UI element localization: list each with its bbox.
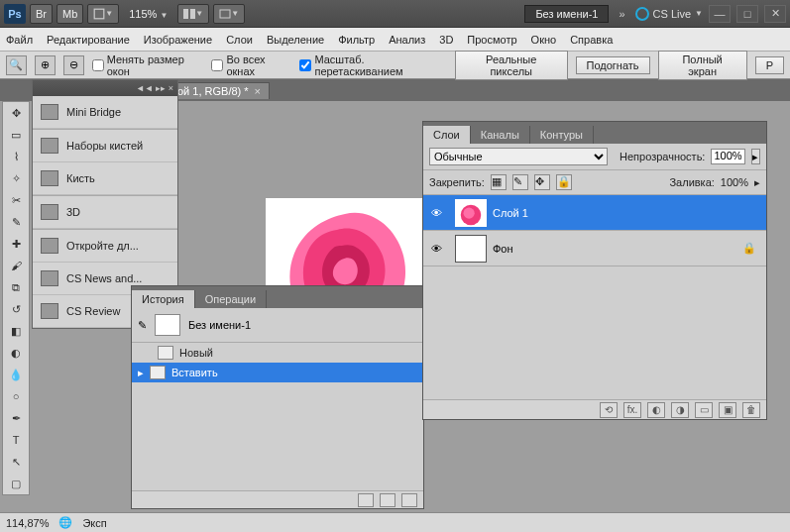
all-windows-checkbox[interactable]: Во всех окнах [211, 53, 291, 77]
3d-item[interactable]: 3D [33, 196, 177, 229]
menu-analysis[interactable]: Анализ [389, 34, 425, 46]
history-brush-source-icon[interactable]: ✎ [138, 319, 147, 332]
layer-row-background[interactable]: 👁 Фон 🔒 [423, 231, 766, 266]
open-for-item[interactable]: Откройте дл... [33, 230, 177, 263]
layer-mask-button[interactable]: ◐ [647, 402, 665, 418]
print-size-button[interactable]: Р [755, 56, 784, 74]
new-group-button[interactable]: ▭ [695, 402, 713, 418]
new-layer-button[interactable]: ▣ [719, 402, 736, 418]
history-snapshot[interactable]: ✎ Без имени-1 [132, 308, 423, 342]
rectangle-tool[interactable]: ▢ [3, 473, 29, 494]
menu-3d[interactable]: 3D [439, 34, 453, 46]
zoom-in-icon[interactable]: ⊕ [35, 55, 56, 75]
tab-actions[interactable]: Операции [195, 290, 267, 308]
blur-tool[interactable]: 💧 [3, 364, 29, 385]
brush-item[interactable]: Кисть [33, 162, 177, 195]
lock-all-button[interactable]: 🔒 [556, 174, 572, 190]
snapshot-thumbnail [155, 314, 180, 336]
eyedropper-tool[interactable]: ✎ [3, 211, 29, 233]
link-layers-button[interactable]: ⟲ [600, 402, 618, 418]
menu-window[interactable]: Окно [531, 34, 557, 46]
menu-file[interactable]: Файл [6, 34, 33, 46]
delete-layer-button[interactable]: 🗑 [742, 402, 760, 418]
view-extras-button[interactable]: ▼ [87, 4, 119, 24]
window-minimize-button[interactable]: — [709, 5, 731, 23]
menu-view[interactable]: Просмотр [467, 34, 516, 46]
screen-mode-button[interactable]: ▼ [213, 4, 245, 24]
more-documents-icon[interactable]: » [613, 8, 630, 20]
status-exposure[interactable]: Эксп [82, 517, 106, 529]
full-screen-button[interactable]: Полный экран [658, 51, 747, 80]
layer-thumbnail[interactable] [455, 235, 487, 263]
layer-name[interactable]: Фон [493, 243, 513, 255]
layer-name[interactable]: Слой 1 [493, 207, 528, 219]
brush-tool[interactable]: 🖌 [3, 255, 29, 276]
menu-select[interactable]: Выделение [267, 34, 324, 46]
status-doc-info-icon[interactable]: 🌐 [58, 516, 72, 529]
window-maximize-button[interactable]: □ [736, 5, 758, 23]
actual-pixels-button[interactable]: Реальные пикселы [455, 51, 568, 80]
dodge-tool[interactable]: ○ [3, 385, 29, 407]
menu-image[interactable]: Изображение [144, 34, 212, 46]
brush-presets-item[interactable]: Наборы кистей [33, 130, 177, 162]
move-tool[interactable]: ✥ [3, 102, 29, 124]
resize-windows-checkbox[interactable]: Менять размер окон [92, 53, 204, 77]
zoom-level[interactable]: 115% ▼ [123, 8, 173, 20]
gradient-tool[interactable]: ◐ [3, 342, 29, 364]
lasso-tool[interactable]: ⌇ [3, 146, 29, 167]
tab-paths[interactable]: Контуры [530, 126, 594, 144]
adjustment-layer-button[interactable]: ◑ [671, 402, 689, 418]
cs-live-button[interactable]: CS Live▼ [635, 7, 703, 21]
layer-row-layer1[interactable]: 👁 Слой 1 [423, 195, 766, 231]
path-selection-tool[interactable]: ↖ [3, 451, 29, 473]
bridge-button[interactable]: Br [30, 4, 53, 24]
menu-help[interactable]: Справка [570, 34, 613, 46]
opacity-arrow-icon[interactable]: ▸ [751, 149, 760, 164]
visibility-toggle[interactable]: 👁 [423, 207, 449, 219]
fill-value[interactable]: 100% [721, 176, 748, 188]
menu-layers[interactable]: Слои [226, 34, 253, 46]
zoom-out-icon[interactable]: ⊖ [63, 55, 84, 75]
document-selector[interactable]: Без имени-1 [524, 5, 609, 23]
mini-bridge-item[interactable]: Mini Bridge [33, 96, 177, 129]
tab-history[interactable]: История [132, 290, 195, 308]
magic-wand-tool[interactable]: ✧ [3, 167, 29, 189]
menu-edit[interactable]: Редактирование [47, 34, 130, 46]
tab-channels[interactable]: Каналы [471, 126, 530, 144]
lock-position-button[interactable]: ✥ [534, 174, 550, 190]
lock-transparency-button[interactable]: ▦ [491, 174, 507, 190]
fill-arrow-icon[interactable]: ▸ [754, 176, 760, 189]
close-tab-icon[interactable]: × [255, 85, 261, 97]
delete-state-button[interactable] [401, 493, 417, 507]
visibility-toggle[interactable]: 👁 [423, 243, 449, 255]
extensions-panel-header[interactable]: ◄◄ ▸▸ × [33, 80, 177, 96]
healing-brush-tool[interactable]: ✚ [3, 233, 29, 255]
menu-filter[interactable]: Фильтр [338, 34, 375, 46]
tab-layers[interactable]: Слои [423, 126, 471, 144]
eraser-tool[interactable]: ◧ [3, 320, 29, 342]
pen-tool[interactable]: ✒ [3, 407, 29, 429]
history-state-new[interactable]: Новый [132, 343, 423, 363]
arrange-documents-button[interactable]: ▼ [177, 4, 209, 24]
opacity-value[interactable]: 100% [711, 149, 744, 164]
marquee-tool[interactable]: ▭ [3, 124, 29, 146]
document-tab[interactable]: ой 1, RGB/8) * × [169, 82, 270, 99]
zoom-tool-icon[interactable]: 🔍 [6, 55, 27, 75]
history-brush-tool[interactable]: ↺ [3, 298, 29, 320]
svg-rect-0 [94, 9, 104, 19]
fit-screen-button[interactable]: Подогнать [576, 56, 650, 74]
scrubby-zoom-checkbox[interactable]: Масштаб. перетаскиванием [299, 53, 447, 77]
blend-mode-select[interactable]: Обычные [429, 148, 608, 165]
new-snapshot-button[interactable] [380, 493, 395, 507]
layer-style-button[interactable]: fx. [623, 402, 641, 418]
lock-image-button[interactable]: ✎ [512, 174, 528, 190]
history-state-paste[interactable]: ▸ Вставить [132, 363, 423, 382]
crop-tool[interactable]: ✂ [3, 189, 29, 211]
create-document-from-state-button[interactable] [358, 493, 374, 507]
window-close-button[interactable]: ✕ [764, 5, 786, 23]
layer-thumbnail[interactable] [455, 199, 487, 227]
status-zoom[interactable]: 114,87% [6, 517, 49, 529]
type-tool[interactable]: T [3, 429, 29, 451]
clone-stamp-tool[interactable]: ⧉ [3, 276, 29, 298]
mini-bridge-button[interactable]: Mb [56, 4, 83, 24]
